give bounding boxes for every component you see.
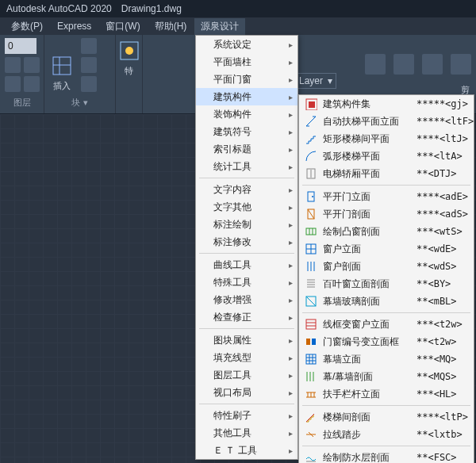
door-code-icon: [304, 335, 318, 349]
menu-row[interactable]: 标注修改▸: [196, 233, 298, 251]
layer-tool-icons[interactable]: [5, 57, 43, 92]
svg-point-2: [125, 47, 133, 55]
submenu-shortcut: **<t2w>: [416, 336, 457, 347]
submenu-arrow-icon: ▸: [289, 411, 293, 420]
layer-icon[interactable]: [5, 57, 21, 73]
submenu-arrow-icon: ▸: [289, 58, 293, 67]
menu-row[interactable]: 文字内容▸: [196, 181, 298, 198]
menu-row[interactable]: 建筑构件▸: [196, 88, 298, 105]
menu-row[interactable]: 检查修正▸: [196, 308, 298, 326]
submenu-arrow-icon: ▸: [289, 75, 293, 84]
layer-icon[interactable]: [24, 57, 40, 73]
menu-bar: 参数(P)Express窗口(W)帮助(H)源泉设计: [0, 17, 476, 35]
palette-icon[interactable]: [422, 54, 443, 75]
special-button[interactable]: 特: [121, 38, 137, 77]
block-small-icons[interactable]: [81, 38, 98, 92]
submenu-shortcut: **<FSC>: [416, 452, 457, 463]
menu-row[interactable]: Ｅ Ｔ 工具▸: [196, 442, 298, 459]
submenu-arrow-icon: ▸: [289, 238, 293, 247]
window-sect-icon: [304, 259, 318, 274]
main-dropdown-menu: 系统设定▸平面墙柱▸平面门窗▸建筑构件▸装饰构件▸建筑符号▸索引标题▸统计工具▸…: [195, 35, 298, 460]
menu-row[interactable]: 建筑符号▸: [196, 123, 298, 140]
stair-sect-icon: [304, 410, 318, 424]
submenu-row[interactable]: 扶手栏杆立面***<HL>: [299, 385, 474, 403]
menu-separator: [199, 178, 294, 178]
menu-row[interactable]: 图块属性▸: [196, 331, 298, 349]
replace-icon[interactable]: [81, 76, 97, 92]
submenu-row[interactable]: 绘制防水层剖面**<FSC>: [299, 449, 474, 463]
submenu-row[interactable]: 门窗编号变立面框**<t2w>: [299, 333, 474, 350]
submenu-arrow-icon: ▸: [289, 203, 293, 212]
submenu-arrow-icon: ▸: [289, 163, 293, 171]
submenu-building-components: 建筑构件集*****<gj>自动扶梯平面立面*****<ltF>矩形楼梯间平面*…: [298, 94, 474, 463]
grid-icon[interactable]: [451, 54, 471, 75]
menu-row[interactable]: 特性刷子▸: [196, 407, 298, 424]
submenu-row[interactable]: 楼梯间剖面****<ltP>: [299, 408, 474, 426]
submenu-row[interactable]: 建筑构件集*****<gj>: [299, 95, 474, 113]
menu-row[interactable]: 视口布局▸: [196, 384, 298, 401]
submenu-shortcut: ****<ltP>: [416, 411, 468, 423]
menu-item[interactable]: 参数(P): [5, 18, 49, 35]
submenu-label: 线框变窗户立面: [323, 318, 412, 331]
submenu-row[interactable]: 矩形楼梯间平面****<ltJ>: [299, 130, 474, 147]
submenu-row[interactable]: 平开门立面****<adE>: [299, 188, 474, 205]
menu-row[interactable]: 平面门窗▸: [196, 71, 298, 88]
submenu-row[interactable]: 窗户立面**<wdE>: [299, 240, 474, 258]
sparkle-icon[interactable]: [393, 54, 414, 75]
attr-icon[interactable]: [81, 57, 97, 73]
submenu-row[interactable]: 弧形楼梯平面***<ltA>: [299, 147, 474, 165]
document-name: Drawing1.dwg: [121, 3, 182, 14]
submenu-row[interactable]: 窗户剖面**<wdS>: [299, 258, 474, 275]
submenu-row[interactable]: 幕/幕墙剖面**<MQS>: [299, 368, 474, 385]
menu-item[interactable]: 帮助(H): [148, 18, 194, 35]
submenu-row[interactable]: 百叶窗立面剖面**<BY>: [299, 275, 474, 293]
svg-rect-0: [53, 57, 71, 75]
submenu-row[interactable]: 电梯轿厢平面**<DTJ>: [299, 165, 474, 182]
menu-row[interactable]: 装饰构件▸: [196, 105, 298, 123]
submenu-shortcut: ****<ltJ>: [416, 133, 468, 144]
layer-icon[interactable]: [5, 76, 21, 92]
menu-row[interactable]: 索引标题▸: [196, 140, 298, 158]
submenu-row[interactable]: 线框变窗户立面***<t2w>: [299, 316, 474, 333]
convex-sect-icon: [304, 224, 318, 239]
edit-icon[interactable]: [81, 38, 97, 54]
submenu-row[interactable]: 自动扶梯平面立面*****<ltF>: [299, 113, 474, 130]
submenu-arrow-icon: ▸: [289, 145, 293, 154]
menu-row[interactable]: 曲线工具▸: [196, 256, 298, 274]
stair-arc-icon: [304, 149, 318, 163]
submenu-row[interactable]: 平开门剖面****<adS>: [299, 205, 474, 223]
menu-row[interactable]: 系统设定▸: [196, 36, 298, 53]
submenu-row[interactable]: 幕墙玻璃剖面**<mBL>: [299, 293, 474, 310]
match-icon[interactable]: [365, 54, 386, 75]
submenu-arrow-icon: ▸: [289, 261, 293, 270]
svg-rect-14: [312, 339, 316, 345]
svg-rect-12: [306, 320, 316, 329]
menu-item[interactable]: Express: [51, 19, 98, 33]
menu-row[interactable]: 平面墙柱▸: [196, 53, 298, 71]
menu-row[interactable]: 其他工具▸: [196, 424, 298, 442]
handrail-icon: [304, 387, 318, 401]
submenu-label: 矩形楼梯间平面: [323, 132, 412, 146]
menu-row[interactable]: 填充线型▸: [196, 349, 298, 366]
menu-row[interactable]: 统计工具▸: [196, 158, 298, 175]
layer-dropdown[interactable]: Layer: [294, 73, 336, 89]
submenu-shortcut: ****<adS>: [416, 209, 468, 220]
door-sect-icon: [304, 207, 318, 221]
menu-row[interactable]: 标注绘制▸: [196, 216, 298, 233]
svg-rect-15: [306, 354, 316, 364]
menu-item[interactable]: 源泉设计: [194, 18, 245, 35]
submenu-row[interactable]: 幕墙立面***<MQ>: [299, 350, 474, 368]
value-input[interactable]: [5, 38, 36, 54]
menu-item[interactable]: 窗口(W): [99, 18, 146, 35]
submenu-row[interactable]: 拉线踏步**<lxtb>: [299, 426, 474, 443]
submenu-row[interactable]: 绘制凸窗剖面***<wtS>: [299, 223, 474, 240]
menu-row[interactable]: 图层工具▸: [196, 366, 298, 384]
menu-row[interactable]: 修改增强▸: [196, 291, 298, 308]
menu-row[interactable]: 特殊工具▸: [196, 274, 298, 291]
layer-icon[interactable]: [24, 76, 40, 92]
menu-row[interactable]: 文字其他▸: [196, 198, 298, 216]
step-line-icon: [304, 427, 318, 442]
insert-button[interactable]: 插入: [49, 53, 75, 92]
waterproof-icon: [304, 450, 318, 463]
panel-label-block[interactable]: 块 ▾: [49, 95, 110, 110]
